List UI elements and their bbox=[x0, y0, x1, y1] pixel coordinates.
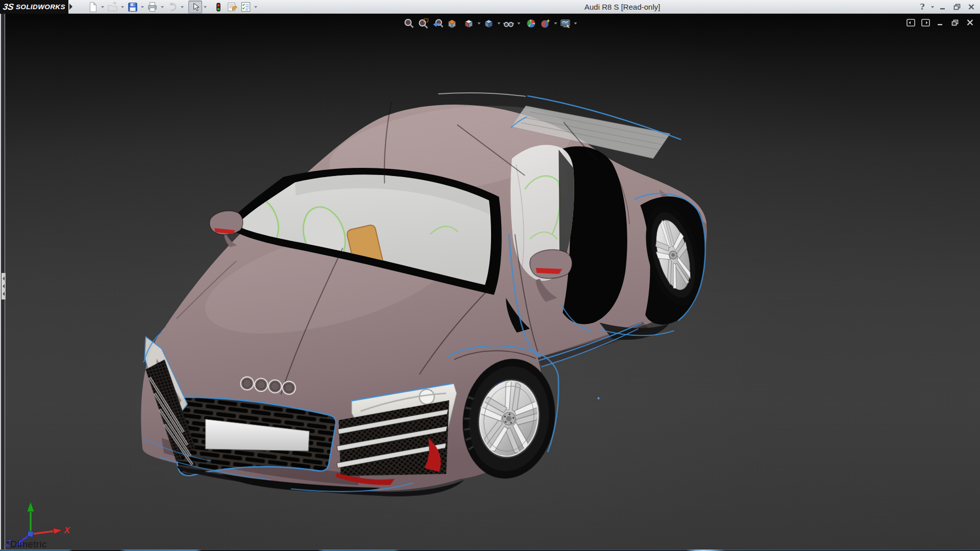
options-button[interactable] bbox=[239, 1, 253, 13]
open-folder-icon bbox=[107, 1, 118, 13]
doc-close-icon bbox=[966, 19, 974, 26]
heads-up-view-toolbar bbox=[402, 17, 578, 30]
print-icon bbox=[146, 1, 158, 13]
file-properties-button[interactable] bbox=[225, 1, 239, 13]
previous-view-icon bbox=[432, 18, 444, 29]
file-properties-icon bbox=[226, 1, 238, 13]
doc-minimize-icon bbox=[937, 19, 944, 26]
section-view-button[interactable] bbox=[445, 17, 459, 30]
close-icon bbox=[968, 4, 975, 10]
title-bar: 3S SOLIDWORKS bbox=[0, 0, 980, 14]
select-dropdown[interactable] bbox=[202, 1, 208, 13]
doc-minimize-button[interactable] bbox=[935, 18, 945, 27]
save-button[interactable] bbox=[126, 1, 139, 13]
apply-scene-icon bbox=[526, 18, 537, 29]
options-dropdown[interactable] bbox=[253, 1, 259, 13]
collapse-right-pane-icon bbox=[921, 19, 930, 27]
collapse-left-pane-button[interactable] bbox=[905, 18, 916, 27]
new-document-dropdown[interactable] bbox=[100, 1, 106, 13]
open-button[interactable] bbox=[106, 1, 119, 13]
solidworks-logo: 3S SOLIDWORKS bbox=[0, 0, 68, 14]
help-button[interactable]: ? bbox=[917, 2, 928, 12]
traffic-light-icon bbox=[213, 2, 224, 13]
view-settings-dropdown[interactable] bbox=[573, 17, 578, 30]
minimize-icon bbox=[939, 4, 946, 10]
open-dropdown[interactable] bbox=[119, 1, 126, 13]
save-dropdown[interactable] bbox=[139, 1, 145, 13]
select-cursor-icon bbox=[190, 2, 201, 12]
edit-appearance-icon bbox=[540, 18, 551, 29]
hide-show-items-icon bbox=[503, 18, 514, 29]
help-dropdown[interactable] bbox=[931, 6, 934, 8]
previous-view-button[interactable] bbox=[431, 17, 445, 30]
print-button[interactable] bbox=[145, 1, 159, 13]
restore-icon bbox=[953, 4, 961, 10]
undo-icon bbox=[166, 1, 178, 13]
new-document-icon bbox=[87, 2, 99, 13]
hide-show-items-button[interactable] bbox=[502, 17, 516, 30]
menu-expand-arrow[interactable] bbox=[69, 4, 72, 10]
display-style-dropdown[interactable] bbox=[496, 17, 502, 30]
close-button[interactable] bbox=[966, 2, 977, 12]
model-canvas[interactable] bbox=[0, 14, 980, 551]
graphics-area[interactable]: X Z *Dimetric bbox=[0, 14, 980, 551]
solidworks-window: 3S SOLIDWORKS bbox=[0, 0, 980, 551]
zoom-to-fit-button[interactable] bbox=[402, 17, 416, 30]
splitter-handle[interactable] bbox=[2, 273, 6, 299]
undo-dropdown[interactable] bbox=[179, 1, 185, 13]
titlebar-controls: ? bbox=[917, 0, 977, 14]
document-window-controls bbox=[905, 18, 975, 27]
collapse-left-pane-icon bbox=[906, 19, 915, 27]
doc-restore-icon bbox=[951, 19, 959, 26]
edit-appearance-dropdown[interactable] bbox=[553, 17, 558, 30]
select-button[interactable] bbox=[188, 1, 202, 13]
feature-tree-splitter[interactable] bbox=[0, 14, 5, 551]
rebuild-button[interactable] bbox=[211, 1, 225, 13]
view-orientation-label: *Dimetric bbox=[6, 539, 47, 550]
restore-button[interactable] bbox=[951, 2, 963, 12]
doc-close-button[interactable] bbox=[965, 18, 975, 27]
minimize-button[interactable] bbox=[937, 2, 948, 12]
zoom-to-area-button[interactable] bbox=[416, 17, 431, 30]
logo-3s-glyph: 3S bbox=[3, 2, 15, 12]
hide-show-items-dropdown[interactable] bbox=[516, 17, 522, 30]
print-dropdown[interactable] bbox=[159, 1, 165, 13]
view-settings-button[interactable] bbox=[558, 17, 573, 30]
save-floppy-icon bbox=[127, 2, 138, 13]
splitter-arrow-icon bbox=[3, 277, 5, 281]
help-icon: ? bbox=[920, 2, 924, 12]
logo-wordmark: SOLIDWORKS bbox=[16, 3, 65, 11]
splitter-arrow-icon bbox=[3, 284, 5, 288]
window-title: Audi R8 S [Read-only] bbox=[584, 3, 660, 11]
view-orientation-button[interactable] bbox=[462, 17, 476, 30]
apply-scene-button[interactable] bbox=[524, 17, 538, 30]
zoom-to-fit-icon bbox=[404, 18, 415, 29]
new-document-button[interactable] bbox=[86, 1, 100, 13]
view-orientation-dropdown[interactable] bbox=[476, 17, 482, 30]
edit-appearance-button[interactable] bbox=[538, 17, 553, 30]
display-style-icon bbox=[483, 18, 495, 29]
undo-button[interactable] bbox=[165, 1, 179, 13]
collapse-right-pane-button[interactable] bbox=[920, 18, 930, 27]
section-view-icon bbox=[447, 18, 458, 29]
view-settings-icon bbox=[560, 18, 571, 29]
triad-x-label: X bbox=[64, 526, 70, 535]
car-model bbox=[141, 92, 709, 496]
view-orientation-icon bbox=[463, 18, 475, 29]
display-style-button[interactable] bbox=[482, 17, 496, 30]
splitter-arrow-icon bbox=[3, 292, 5, 296]
vertex-marker bbox=[597, 397, 599, 399]
options-checklist-icon bbox=[240, 1, 252, 13]
main-toolbar bbox=[86, 1, 259, 13]
doc-restore-button[interactable] bbox=[950, 18, 960, 27]
zoom-to-area-icon bbox=[418, 18, 429, 29]
